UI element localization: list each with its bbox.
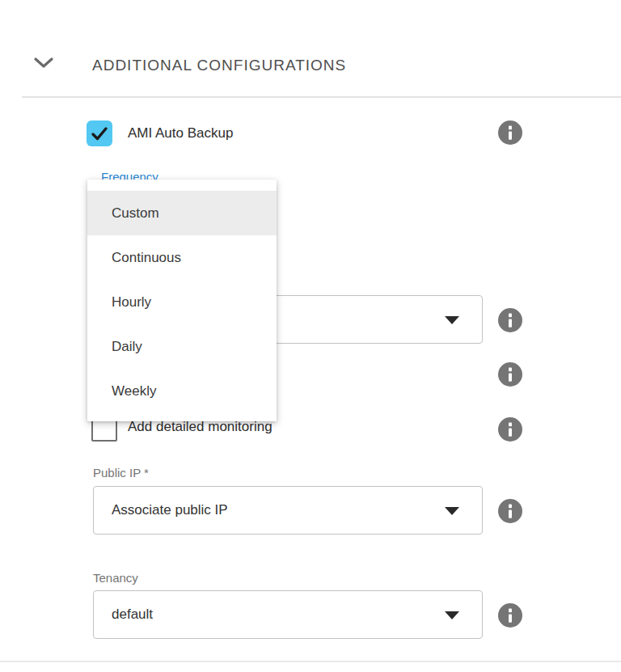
info-icon[interactable]: [498, 362, 522, 387]
info-icon[interactable]: [498, 120, 522, 145]
dropdown-option-continuous[interactable]: Continuous: [87, 235, 277, 280]
info-icon[interactable]: [498, 308, 522, 332]
dropdown-option-daily[interactable]: Daily: [87, 324, 277, 369]
dropdown-option-weekly[interactable]: Weekly: [87, 369, 277, 413]
public-ip-value: Associate public IP: [112, 487, 228, 534]
ami-auto-backup-label: AMI Auto Backup: [128, 120, 233, 146]
additional-configurations-panel: ADDITIONAL CONFIGURATIONS AMI Auto Backu…: [0, 0, 621, 672]
section-title: ADDITIONAL CONFIGURATIONS: [92, 57, 346, 74]
caret-down-icon: [445, 316, 459, 324]
info-icon[interactable]: [498, 417, 522, 442]
caret-down-icon: [445, 507, 459, 515]
divider: [0, 661, 621, 662]
public-ip-label: Public IP *: [93, 466, 149, 480]
frequency-dropdown-menu: Custom Continuous Hourly Daily Weekly: [87, 180, 277, 421]
info-icon[interactable]: [498, 603, 522, 628]
checkmark-icon: [90, 124, 109, 143]
public-ip-select[interactable]: Associate public IP: [93, 486, 483, 535]
dropdown-option-custom[interactable]: Custom: [87, 191, 277, 235]
tenancy-label: Tenancy: [93, 571, 138, 585]
chevron-down-icon[interactable]: [32, 56, 55, 70]
info-icon[interactable]: [498, 499, 522, 523]
tenancy-value: default: [112, 591, 153, 638]
ami-auto-backup-checkbox[interactable]: [87, 120, 112, 146]
dropdown-option-hourly[interactable]: Hourly: [87, 280, 277, 324]
divider: [22, 96, 621, 98]
caret-down-icon: [445, 611, 459, 619]
tenancy-select[interactable]: default: [93, 590, 483, 639]
